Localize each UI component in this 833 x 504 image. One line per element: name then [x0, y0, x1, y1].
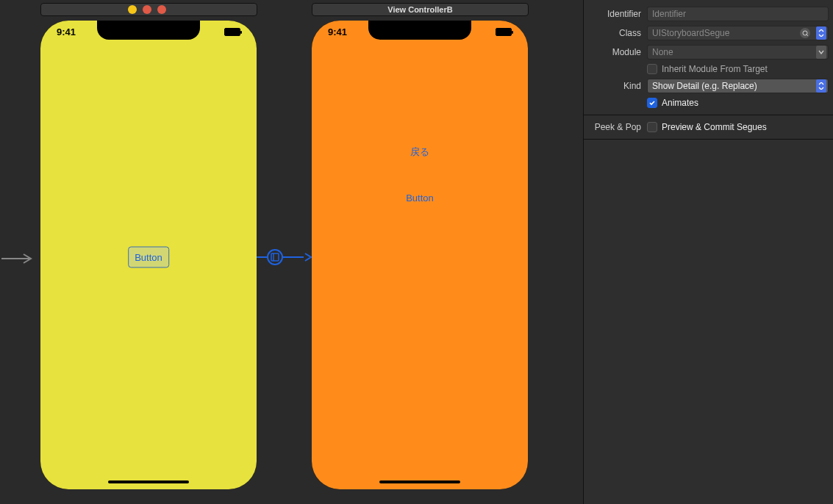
class-label: Class — [588, 28, 641, 38]
status-time: 9:41 — [328, 26, 347, 37]
status-bar: 9:41 — [312, 26, 528, 37]
identifier-field[interactable]: Identifier — [647, 7, 829, 21]
module-dropdown-icon[interactable] — [816, 46, 826, 59]
segue-kind-icon — [267, 249, 283, 265]
inspector-separator — [584, 115, 833, 115]
animates-checkbox[interactable] — [647, 98, 657, 108]
scene-b-button[interactable]: Button — [406, 192, 434, 204]
scene-a-button[interactable]: Button — [128, 247, 169, 268]
scene-a-view[interactable]: 9:41 Button — [40, 21, 257, 489]
vc-icon — [128, 5, 137, 14]
scene-b-phone[interactable]: 9:41 戻る Button — [312, 21, 528, 489]
inherit-module-label: Inherit Module From Target — [662, 64, 768, 74]
identifier-label: Identifier — [588, 9, 641, 19]
scene-b-back-button[interactable]: 戻る — [410, 145, 429, 159]
scene-b-title-text: View ControllerB — [387, 5, 452, 14]
kind-select[interactable]: Show Detail (e.g. Replace) — [647, 79, 829, 93]
kind-label: Kind — [588, 81, 641, 91]
preview-commit-label: Preview & Commit Segues — [662, 122, 767, 132]
inherit-module-checkbox[interactable] — [647, 64, 657, 74]
attributes-inspector: Identifier Identifier Class UIStoryboard… — [583, 0, 833, 504]
module-label: Module — [588, 47, 641, 57]
peekpop-label: Peek & Pop — [588, 122, 641, 132]
battery-icon — [496, 28, 512, 36]
animates-label: Animates — [662, 98, 698, 108]
storyboard-canvas[interactable]: View ControllerB 9:41 Button — [0, 0, 583, 504]
kind-dropdown-icon[interactable] — [816, 79, 826, 93]
class-value: UIStoryboardSegue — [652, 28, 729, 38]
module-field[interactable]: None — [647, 45, 829, 60]
kind-value: Show Detail (e.g. Replace) — [652, 81, 757, 91]
svg-rect-1 — [271, 253, 279, 261]
scene-b-view[interactable]: 9:41 戻る Button — [312, 21, 528, 489]
status-time: 9:41 — [57, 26, 76, 37]
class-dropdown-icon[interactable] — [816, 26, 826, 40]
add-class-icon[interactable] — [800, 28, 810, 38]
inspector-separator — [584, 139, 833, 140]
status-bar: 9:41 — [40, 26, 257, 37]
entry-point-arrow[interactable] — [1, 253, 38, 267]
first-responder-icon — [143, 5, 151, 14]
scene-a-titlebar[interactable] — [40, 3, 257, 16]
preview-commit-checkbox[interactable] — [647, 122, 657, 132]
scene-b-titlebar[interactable]: View ControllerB — [312, 3, 529, 16]
identifier-placeholder: Identifier — [652, 9, 686, 19]
segue-arrow[interactable] — [257, 249, 312, 265]
home-indicator — [379, 480, 460, 483]
module-value: None — [652, 47, 673, 57]
svg-line-4 — [807, 35, 808, 36]
scene-a-phone[interactable]: 9:41 Button — [40, 21, 257, 489]
exit-icon — [157, 5, 166, 14]
battery-icon — [224, 28, 240, 36]
class-field[interactable]: UIStoryboardSegue — [647, 26, 829, 40]
home-indicator — [108, 480, 189, 483]
